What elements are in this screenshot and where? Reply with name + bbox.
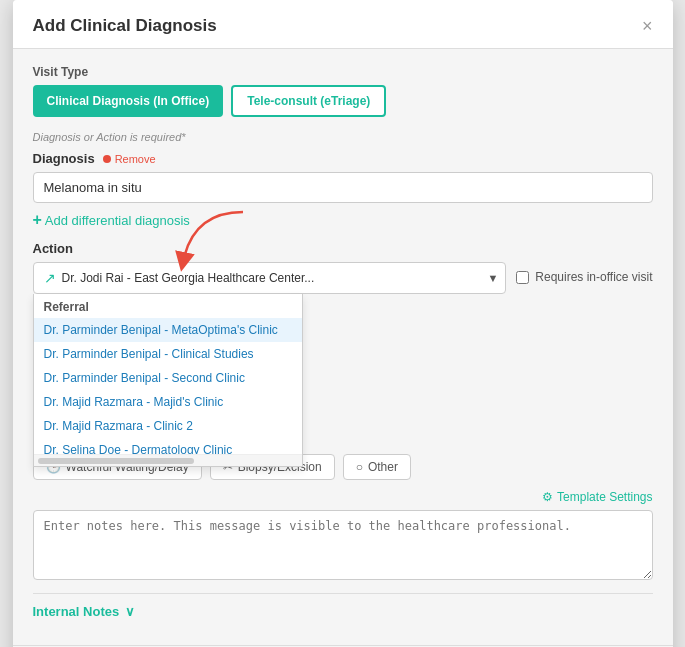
template-settings-label: Template Settings xyxy=(557,490,652,504)
dropdown-item-0[interactable]: Dr. Parminder Benipal - MetaOptima's Cli… xyxy=(34,318,302,342)
dropdown-chevron-icon: ▼ xyxy=(487,272,498,284)
action-dropdown[interactable]: ↗ Dr. Jodi Rai - East Georgia Healthcare… xyxy=(33,262,507,294)
dropdown-item-4[interactable]: Dr. Majid Razmara - Clinic 2 xyxy=(34,414,302,438)
modal-title: Add Clinical Diagnosis xyxy=(33,16,217,36)
requires-visit-checkbox[interactable] xyxy=(516,271,529,284)
dropdown-item-3[interactable]: Dr. Majid Razmara - Majid's Clinic xyxy=(34,390,302,414)
add-diff-label: Add differential diagnosis xyxy=(45,213,190,228)
dropdown-scrollbar xyxy=(34,454,302,466)
action-dropdown-value: Dr. Jodi Rai - East Georgia Healthcare C… xyxy=(62,271,315,285)
requires-visit-row: Requires in-office visit xyxy=(516,262,652,284)
other-button[interactable]: ○ Other xyxy=(343,454,411,480)
dropdown-list-inner: Referral Dr. Parminder Benipal - MetaOpt… xyxy=(34,294,302,454)
template-settings-link[interactable]: ⚙ Template Settings xyxy=(542,490,652,504)
template-settings-row: ⚙ Template Settings xyxy=(33,490,653,504)
add-differential-link[interactable]: + Add differential diagnosis xyxy=(33,211,653,229)
remove-diagnosis-button[interactable]: Remove xyxy=(103,153,156,165)
action-dropdown-wrapper: ↗ Dr. Jodi Rai - East Georgia Healthcare… xyxy=(33,262,507,294)
modal-header: Add Clinical Diagnosis × xyxy=(13,0,673,49)
visit-type-teleconsult-button[interactable]: Tele-consult (eTriage) xyxy=(231,85,386,117)
required-note: Diagnosis or Action is required* xyxy=(33,131,653,143)
internal-notes-chevron-icon: ∨ xyxy=(125,604,135,619)
circle-icon: ○ xyxy=(356,460,363,474)
internal-notes-row[interactable]: Internal Notes ∨ xyxy=(33,593,653,629)
dropdown-item-2[interactable]: Dr. Parminder Benipal - Second Clinic xyxy=(34,366,302,390)
visit-type-row: Clinical Diagnosis (In Office) Tele-cons… xyxy=(33,85,653,117)
modal-container: Add Clinical Diagnosis × Visit Type Clin… xyxy=(13,0,673,647)
internal-notes-label: Internal Notes xyxy=(33,604,120,619)
remove-dot-icon xyxy=(103,155,111,163)
diagnosis-label-row: Diagnosis Remove xyxy=(33,151,653,166)
action-row: ↗ Dr. Jodi Rai - East Georgia Healthcare… xyxy=(33,262,653,294)
action-dropdown-list: Referral Dr. Parminder Benipal - MetaOpt… xyxy=(33,294,303,467)
dropdown-referral-icon: ↗ xyxy=(44,270,56,286)
visit-type-in-office-button[interactable]: Clinical Diagnosis (In Office) xyxy=(33,85,224,117)
diagnosis-input[interactable] xyxy=(33,172,653,203)
dropdown-item-1[interactable]: Dr. Parminder Benipal - Clinical Studies xyxy=(34,342,302,366)
plus-icon: + xyxy=(33,211,42,229)
diagnosis-label: Diagnosis xyxy=(33,151,95,166)
requires-visit-label: Requires in-office visit xyxy=(535,270,652,284)
modal-body: Visit Type Clinical Diagnosis (In Office… xyxy=(13,49,673,645)
notes-textarea[interactable] xyxy=(33,510,653,580)
dropdown-item-5[interactable]: Dr. Selina Doe - Dermatology Clinic xyxy=(34,438,302,454)
gear-icon: ⚙ xyxy=(542,490,553,504)
action-label: Action xyxy=(33,241,653,256)
close-button[interactable]: × xyxy=(642,17,653,35)
referral-section-header: Referral xyxy=(34,294,302,318)
visit-type-label: Visit Type xyxy=(33,65,653,79)
other-label: Other xyxy=(368,460,398,474)
remove-label: Remove xyxy=(115,153,156,165)
